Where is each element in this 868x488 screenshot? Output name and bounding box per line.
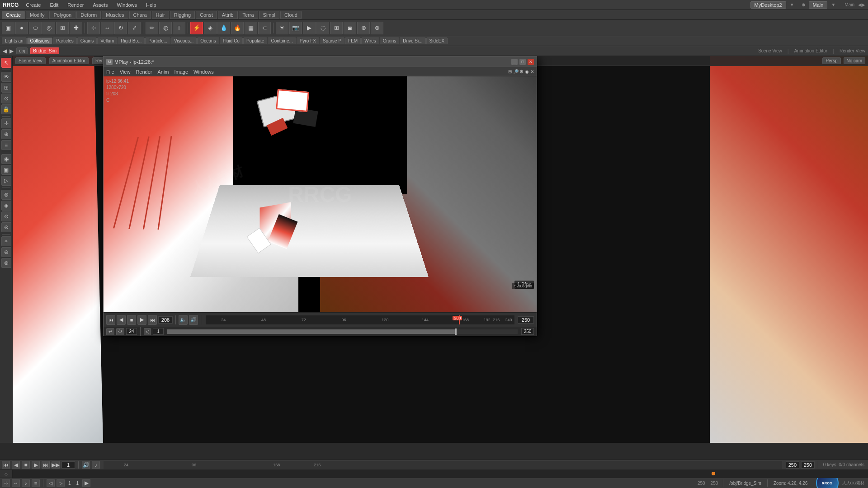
- tl-current-frame[interactable]: 1: [61, 461, 75, 469]
- mplay-prev-btn[interactable]: ◀: [117, 315, 126, 325]
- align-tool[interactable]: ≡: [1, 140, 11, 150]
- tl-next-frame[interactable]: ▶▶: [52, 461, 60, 469]
- dynamics-tool-2[interactable]: ◈: [204, 22, 217, 34]
- keyframe-bar[interactable]: ◇: [0, 470, 868, 478]
- layout-button[interactable]: Main: [809, 1, 828, 9]
- switcher-tool[interactable]: ⊛: [357, 22, 370, 34]
- shelf-tab-deform[interactable]: Deform: [76, 11, 101, 19]
- mplay-viewport[interactable]: ip-12:36:41 1280x720 fr 208 C: [104, 76, 537, 312]
- mplay-skip-end-btn[interactable]: ⏭: [148, 315, 157, 325]
- mplay-minimize-button[interactable]: _: [511, 59, 518, 65]
- rt-collisions[interactable]: Collisions: [27, 38, 53, 44]
- back-arrow-icon[interactable]: ◀: [3, 48, 7, 54]
- render2-tool[interactable]: ▷: [1, 176, 11, 186]
- rt-vellum[interactable]: Vellum: [97, 38, 117, 44]
- rt-oceans[interactable]: Oceans: [197, 38, 219, 44]
- paint-tool[interactable]: ✏: [146, 22, 158, 34]
- main-viewport[interactable]: Scene View Animation Editor Render View …: [13, 56, 868, 443]
- scale-tool[interactable]: ⤢: [128, 22, 141, 34]
- cop-level-tool[interactable]: ⊝: [1, 222, 11, 232]
- pivot-tool[interactable]: ⊕: [1, 129, 11, 139]
- shelf-tab-polygon[interactable]: Polygon: [49, 11, 75, 19]
- sop-level-tool[interactable]: ◈: [1, 201, 11, 211]
- mplay-range-start-btn[interactable]: ◁: [144, 328, 151, 335]
- rt-sidefx[interactable]: SideEX: [426, 38, 448, 44]
- rt-wires[interactable]: Wires: [361, 38, 379, 44]
- stereo-cam-tool[interactable]: ⊞: [330, 22, 343, 34]
- ambient-light-tool[interactable]: ◌: [316, 22, 329, 34]
- display-tool[interactable]: ▣: [1, 165, 11, 175]
- tl-prev-frame[interactable]: ◀: [12, 461, 20, 469]
- viewport-shading-btn[interactable]: Scene View: [15, 57, 46, 64]
- bc-snap-btn[interactable]: ⊹: [2, 479, 10, 487]
- bc-handle-btn[interactable]: ↔: [12, 479, 20, 487]
- tl-skip-start[interactable]: ⏮: [2, 461, 10, 469]
- mplay-stop-btn[interactable]: ■: [127, 315, 136, 325]
- sculpt-tool[interactable]: ◍: [159, 22, 172, 34]
- null-tool[interactable]: ✚: [70, 22, 82, 34]
- rt-fluidco[interactable]: Fluid Co: [220, 38, 243, 44]
- shelf-tab-volume[interactable]: Cloud: [280, 11, 302, 19]
- mplay-end-frame[interactable]: 250: [518, 316, 534, 324]
- tl-stop[interactable]: ■: [22, 461, 30, 469]
- bone-tool[interactable]: ⊖: [1, 247, 11, 257]
- liquid-tool[interactable]: 💧: [217, 22, 230, 34]
- menu-create[interactable]: Create: [24, 2, 42, 8]
- handle-tool[interactable]: ⊗: [1, 258, 11, 268]
- cloth-tool[interactable]: ▦: [245, 22, 257, 34]
- bc-play[interactable]: ▶: [82, 479, 90, 487]
- select-tool[interactable]: ⊹: [87, 22, 100, 34]
- grouped-cam-tool[interactable]: ⊜: [371, 22, 383, 34]
- snap-tool[interactable]: ⊙: [1, 94, 11, 103]
- mplay-titlebar[interactable]: M MPlay - ip-12:28:* _ □ ✕: [104, 56, 537, 67]
- viewport-anim-btn[interactable]: Animation Editor: [49, 57, 89, 64]
- rt-containe[interactable]: Containe...: [268, 38, 296, 44]
- visibility-tool[interactable]: ◉: [1, 154, 11, 164]
- rt-viscous[interactable]: Viscous...: [171, 38, 197, 44]
- mplay-play-btn[interactable]: ▶: [137, 315, 146, 325]
- mplay-close-button[interactable]: ✕: [528, 59, 534, 65]
- forward-arrow-icon[interactable]: ▶: [9, 48, 14, 54]
- mplay-clock-btn[interactable]: ⏱: [116, 328, 124, 335]
- menu-edit[interactable]: Edit: [48, 2, 60, 8]
- bc-audio-btn[interactable]: ♪: [22, 479, 30, 487]
- shelf-tab-modify[interactable]: Modify: [26, 11, 48, 19]
- main-timeline-ruler[interactable]: 24 96 168 216: [104, 461, 782, 469]
- menu-help[interactable]: Help: [144, 2, 158, 8]
- shelf-tab-simpl[interactable]: Terra: [239, 11, 258, 19]
- rt-sparsep[interactable]: Sparse P: [320, 38, 344, 44]
- sphere-tool[interactable]: ●: [15, 22, 28, 34]
- select-mode-tool[interactable]: ↖: [1, 58, 11, 68]
- bc-frame-num[interactable]: 1: [66, 481, 73, 486]
- menu-assets[interactable]: Assets: [91, 2, 109, 8]
- tl-play[interactable]: ▶: [32, 461, 40, 469]
- network-btn[interactable]: Bridge_Sim: [30, 47, 59, 54]
- shelf-tab-terra[interactable]: Attrib: [218, 11, 238, 19]
- rotate-tool[interactable]: ↻: [114, 22, 127, 34]
- mplay-maximize-button[interactable]: □: [519, 59, 526, 65]
- mplay-range-start[interactable]: 1: [153, 328, 164, 335]
- tl-end-frame[interactable]: 250: [786, 461, 799, 469]
- shelf-tab-create[interactable]: Create: [2, 11, 25, 19]
- rt-particle2[interactable]: Particle...: [145, 38, 170, 44]
- rt-pyrofx[interactable]: Pyro FX: [297, 38, 319, 44]
- obj-btn[interactable]: obj: [16, 47, 28, 54]
- mplay-menu-image[interactable]: Image: [175, 69, 189, 75]
- mplay-range-slider[interactable]: [167, 329, 518, 334]
- mplay-menu-windows[interactable]: Windows: [193, 69, 214, 75]
- move-tool[interactable]: ↔: [101, 22, 113, 34]
- mplay-fps-num[interactable]: 24: [126, 328, 137, 335]
- rt-drivesi[interactable]: Drive Si...: [400, 38, 425, 44]
- rt-populate[interactable]: Populate: [243, 38, 267, 44]
- render-tool[interactable]: ▶: [303, 22, 316, 34]
- shelf-tab-const[interactable]: Const: [196, 11, 217, 19]
- box-tool[interactable]: ▣: [2, 22, 14, 34]
- shelf-tab-hair[interactable]: Hair: [152, 11, 169, 19]
- dynamic-tool[interactable]: ⚡: [190, 22, 203, 34]
- tl-next-key[interactable]: ⏭: [42, 461, 50, 469]
- grid-tool[interactable]: ⊞: [56, 22, 69, 34]
- mplay-range-handle[interactable]: [455, 328, 457, 335]
- transform-mode[interactable]: ✛: [1, 118, 11, 128]
- rt-grains[interactable]: Grains: [77, 38, 97, 44]
- tl-audio[interactable]: 🔊: [82, 461, 90, 469]
